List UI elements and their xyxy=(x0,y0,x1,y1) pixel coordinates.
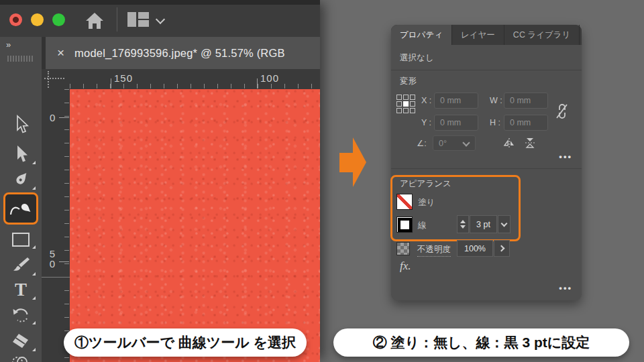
chevron-down-icon xyxy=(501,220,508,227)
close-document-icon[interactable]: × xyxy=(57,46,64,60)
horizontal-ruler-ticks xyxy=(70,84,320,88)
toolbar-grip-handle[interactable] xyxy=(7,56,34,62)
shape-builder-tool-icon[interactable] xyxy=(0,353,42,362)
ruler-label: 100 xyxy=(260,72,279,84)
curvature-tool-highlight xyxy=(3,192,38,225)
app-titlebar xyxy=(0,5,320,37)
x-label: X : xyxy=(421,96,431,105)
stroke-weight-dropdown[interactable] xyxy=(498,215,511,233)
ruler-origin-icon xyxy=(48,71,49,88)
appearance-more-options-button[interactable]: ••• xyxy=(559,283,572,293)
stroke-weight-value[interactable]: 3 pt xyxy=(470,215,497,233)
expand-toolbar-button[interactable]: » xyxy=(6,40,11,50)
tab-properties[interactable]: プロパティ xyxy=(391,25,452,45)
panel-tab-bar: プロパティ レイヤー CC ライブラリ xyxy=(391,25,582,45)
horizontal-ruler: 150 100 xyxy=(42,69,320,89)
opacity-expand-button[interactable] xyxy=(494,240,510,257)
selection-tool-icon[interactable] xyxy=(0,114,42,135)
close-window-button[interactable] xyxy=(9,13,22,26)
appearance-section-title: アピアランス xyxy=(400,178,451,190)
curvature-tool-icon[interactable] xyxy=(0,193,42,224)
fill-none-swatch[interactable] xyxy=(396,194,413,210)
h-field[interactable]: 0 mm xyxy=(504,115,548,131)
chevron-down-icon xyxy=(462,139,470,146)
y-field[interactable]: 0 mm xyxy=(434,115,478,131)
pen-tool-icon[interactable] xyxy=(0,168,42,191)
vertical-ruler-ticks xyxy=(64,89,69,362)
properties-panel: プロパティ レイヤー CC ライブラリ 選択なし 変形 X : 0 mm W :… xyxy=(391,25,582,300)
y-label: Y : xyxy=(421,118,431,127)
arrange-documents-icon[interactable] xyxy=(127,12,149,27)
ruler-label: 150 xyxy=(114,72,133,84)
direct-selection-tool-icon[interactable] xyxy=(0,143,42,166)
x-field[interactable]: 0 mm xyxy=(434,93,478,109)
rotate-angle-value: 0° xyxy=(439,139,447,148)
tab-layers[interactable]: レイヤー xyxy=(452,25,504,45)
selection-status: 選択なし xyxy=(400,52,434,64)
fx-effects-button[interactable]: fx. xyxy=(400,259,411,273)
eraser-tool-icon[interactable] xyxy=(0,330,42,353)
artboard-edge-marker xyxy=(42,277,70,278)
h-label: H : xyxy=(490,118,500,127)
opacity-label[interactable]: 不透明度 xyxy=(417,244,451,257)
fill-label: 塗り xyxy=(418,197,435,208)
rectangle-tool-icon[interactable] xyxy=(0,229,42,250)
stroke-weight-control: 3 pt xyxy=(457,215,511,233)
window-top-strip xyxy=(0,0,320,5)
document-canvas[interactable] xyxy=(70,89,320,362)
minimize-window-button[interactable] xyxy=(31,13,44,26)
document-tab[interactable]: × model_176993596.jpeg* @ 51.57% (RGB xyxy=(46,37,320,69)
document-tab-bar: × model_176993596.jpeg* @ 51.57% (RGB xyxy=(42,37,320,69)
stroke-label: 線 xyxy=(418,220,427,231)
stroke-weight-stepper[interactable] xyxy=(457,215,469,233)
chevron-right-icon xyxy=(498,245,504,252)
opacity-value-field[interactable]: 100% xyxy=(457,240,493,257)
w-label: W : xyxy=(490,96,502,105)
stroke-black-swatch[interactable] xyxy=(396,217,413,233)
increment-icon[interactable] xyxy=(460,220,466,223)
step1-caption: ①ツールバーで 曲線ツール を選択 xyxy=(64,328,307,357)
home-icon[interactable] xyxy=(85,11,105,30)
divider xyxy=(391,70,582,70)
ruler-label: 0 xyxy=(50,112,55,123)
w-field[interactable]: 0 mm xyxy=(504,93,548,109)
document-tab-title: model_176993596.jpeg* @ 51.57% (RGB xyxy=(74,47,285,60)
divider xyxy=(391,168,582,169)
chevron-down-icon[interactable] xyxy=(156,15,165,24)
titlebar-divider xyxy=(117,7,117,32)
step-arrow-icon xyxy=(339,137,366,187)
vertical-ruler: 0 50 xyxy=(42,89,70,362)
reference-point-selector[interactable] xyxy=(396,95,415,113)
zoom-window-button[interactable] xyxy=(52,13,65,26)
flip-vertical-icon[interactable] xyxy=(524,137,536,149)
transform-section-title: 変形 xyxy=(400,76,417,87)
opacity-swatch[interactable] xyxy=(396,242,410,255)
flip-horizontal-icon[interactable] xyxy=(503,137,515,149)
transform-more-options-button[interactable]: ••• xyxy=(559,152,572,162)
constrain-proportions-unlinked-icon[interactable] xyxy=(554,102,569,121)
illustrator-window: » xyxy=(0,0,320,362)
rotate-angle-label: ∠: xyxy=(417,138,427,148)
ruler-label: 50 xyxy=(49,249,56,269)
type-tool-icon[interactable]: T xyxy=(0,278,42,301)
tab-cc-libraries[interactable]: CC ライブラリ xyxy=(504,25,580,45)
rotate-tool-icon[interactable] xyxy=(0,304,42,326)
decrement-icon[interactable] xyxy=(460,225,466,229)
rotate-angle-select[interactable]: 0° xyxy=(433,135,476,151)
tools-panel: » xyxy=(0,37,42,362)
paintbrush-tool-icon[interactable] xyxy=(0,254,42,277)
step2-caption: ② 塗り：無し、線：黒 3 ptに設定 xyxy=(333,328,629,357)
